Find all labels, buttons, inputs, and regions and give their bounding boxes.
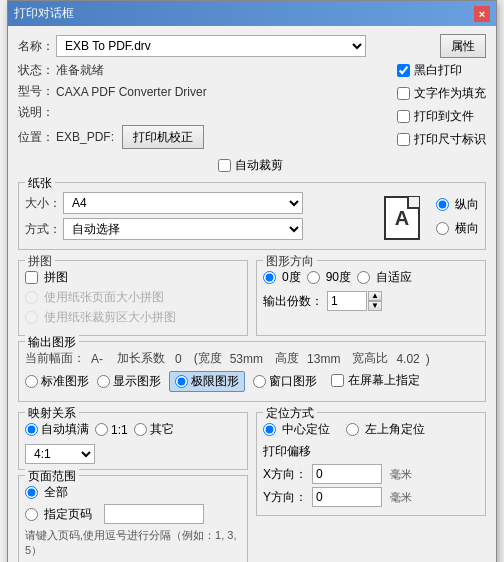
mapping-title: 映射关系 — [25, 405, 79, 422]
limit-radio[interactable] — [175, 375, 188, 388]
paper-size-select[interactable]: A4 — [63, 192, 303, 214]
display-radio[interactable] — [97, 375, 110, 388]
auto-crop-checkbox[interactable] — [218, 159, 231, 172]
text-fill-checkbox[interactable] — [397, 87, 410, 100]
puzzle-title: 拼图 — [25, 253, 55, 270]
auto-crop-row: 自动裁剪 — [218, 157, 283, 174]
specified-radio[interactable] — [25, 508, 38, 521]
positioning-radios: 中心定位 左上角定位 — [263, 421, 479, 438]
vertical-radio[interactable] — [436, 198, 449, 211]
horizontal-radio-row: 横向 — [436, 220, 479, 237]
vertical-radio-row: 纵向 — [436, 196, 479, 213]
topleft-radio[interactable] — [346, 423, 359, 436]
topleft-label: 左上角定位 — [365, 421, 425, 438]
standard-radio[interactable] — [25, 375, 38, 388]
ratio1-label: 1:1 — [111, 423, 128, 437]
print-to-file-label: 打印到文件 — [414, 108, 474, 125]
status-value: 准备就绪 — [56, 62, 104, 79]
paper-method-row: 方式： 自动选择 — [25, 218, 370, 240]
screen-label: 在屏幕上指定 — [348, 372, 420, 389]
center-radio[interactable] — [263, 423, 276, 436]
screen-check-row: 在屏幕上指定 — [331, 372, 420, 389]
y-label: Y方向： — [263, 489, 308, 506]
limit-label: 极限图形 — [191, 373, 239, 390]
horizontal-label: 横向 — [455, 220, 479, 237]
puzzle-label: 拼图 — [44, 269, 68, 286]
output-info-row: 当前幅面： A- 加长系数 0 (宽度 53mm 高度 13mm 宽高比 4.0… — [25, 350, 479, 367]
calibrate-button[interactable]: 打印机校正 — [122, 125, 204, 149]
status-row: 状态： 准备就绪 — [18, 62, 389, 79]
page-range-title: 页面范围 — [25, 468, 79, 485]
print-to-file-row: 打印到文件 — [397, 108, 486, 125]
puzzle-direction-row: 拼图 拼图 使用纸张页面大小拼图 使用纸张裁剪区大小拼图 — [18, 255, 486, 336]
width-value: 53mm — [230, 352, 263, 366]
height-value: 13mm — [307, 352, 340, 366]
model-label: 型号： — [18, 83, 56, 100]
text-fill-row: 文字作为填充 — [397, 85, 486, 102]
height-label: 高度 — [275, 350, 299, 367]
figure-direction-section: 图形方向 0度 90度 自适应 输出份数： — [256, 260, 486, 336]
copies-spinner: ▲ ▼ — [327, 291, 382, 311]
ratio-suffix: ) — [426, 352, 430, 366]
deg0-radio[interactable] — [263, 271, 276, 284]
horizontal-radio[interactable] — [436, 222, 449, 235]
name-label: 名称： — [18, 38, 56, 55]
close-button[interactable]: × — [474, 6, 490, 22]
other-label: 其它 — [150, 421, 174, 438]
current-value: A- — [91, 352, 103, 366]
left-bottom: 映射关系 自动填满 1:1 其它 — [18, 407, 248, 562]
copies-input[interactable] — [327, 291, 367, 311]
desc-row: 说明： — [18, 104, 389, 121]
auto-fill-radio[interactable] — [25, 423, 38, 436]
mapping-ratio-select[interactable]: 4:1 — [25, 444, 95, 464]
puzzle-opt1-radio[interactable] — [25, 291, 38, 304]
paper-method-label: 方式： — [25, 221, 63, 238]
page-range-hint: 请键入页码,使用逗号进行分隔（例如：1, 3, 5） — [25, 528, 241, 558]
paper-method-select[interactable]: 自动选择 — [63, 218, 303, 240]
positioning-title: 定位方式 — [263, 405, 317, 422]
display-radio-wrap: 显示图形 — [97, 373, 161, 390]
copies-spinner-btns: ▲ ▼ — [368, 291, 382, 311]
page-range-input[interactable] — [104, 504, 204, 524]
print-to-file-checkbox[interactable] — [397, 110, 410, 123]
x-label: X方向： — [263, 466, 308, 483]
window-radio[interactable] — [253, 375, 266, 388]
specified-radio-row: 指定页码 — [25, 504, 241, 524]
print-size-mark-checkbox[interactable] — [397, 133, 410, 146]
positioning-section: 定位方式 中心定位 左上角定位 打印偏移 X方向： — [256, 412, 486, 516]
deg0-label: 0度 — [282, 269, 301, 286]
attr-button[interactable]: 属性 — [440, 34, 486, 58]
bw-print-checkbox[interactable] — [397, 64, 410, 77]
page-range-options: 全部 指定页码 — [25, 484, 241, 524]
pos-row: 位置： EXB_PDF: 打印机校正 — [18, 125, 389, 149]
print-size-mark-row: 打印尺寸标识 — [397, 131, 486, 148]
standard-label: 标准图形 — [41, 373, 89, 390]
orientation-group: 纵向 横向 — [436, 196, 479, 240]
y-input[interactable] — [312, 487, 382, 507]
pos-label: 位置： — [18, 129, 56, 146]
x-input[interactable] — [312, 464, 382, 484]
all-radio[interactable] — [25, 486, 38, 499]
other-radio[interactable] — [134, 423, 147, 436]
x-unit: 毫米 — [390, 467, 412, 482]
figure-type-radios: 标准图形 显示图形 极限图形 窗口图形 — [25, 371, 479, 392]
printer-select[interactable]: EXB To PDF.drv — [56, 35, 366, 57]
vertical-label: 纵向 — [455, 196, 479, 213]
deg90-radio[interactable] — [307, 271, 320, 284]
adaptive-radio[interactable] — [357, 271, 370, 284]
status-label: 状态： — [18, 62, 56, 79]
puzzle-opt2-radio[interactable] — [25, 311, 38, 324]
copies-up-btn[interactable]: ▲ — [368, 291, 382, 301]
puzzle-checkbox[interactable] — [25, 271, 38, 284]
deg90-label: 90度 — [326, 269, 351, 286]
puzzle-opt2-label: 使用纸张裁剪区大小拼图 — [44, 309, 176, 326]
copies-down-btn[interactable]: ▼ — [368, 301, 382, 311]
right-bottom: 定位方式 中心定位 左上角定位 打印偏移 X方向： — [256, 407, 486, 562]
output-section: 输出图形 当前幅面： A- 加长系数 0 (宽度 53mm 高度 13mm 宽高… — [18, 341, 486, 402]
page-range-radios: 全部 — [25, 484, 241, 501]
all-label: 全部 — [44, 484, 68, 501]
copies-label: 输出份数： — [263, 293, 323, 310]
screen-checkbox[interactable] — [331, 374, 344, 387]
ratio1-radio[interactable] — [95, 423, 108, 436]
puzzle-opt2-row: 使用纸张裁剪区大小拼图 — [25, 309, 241, 326]
